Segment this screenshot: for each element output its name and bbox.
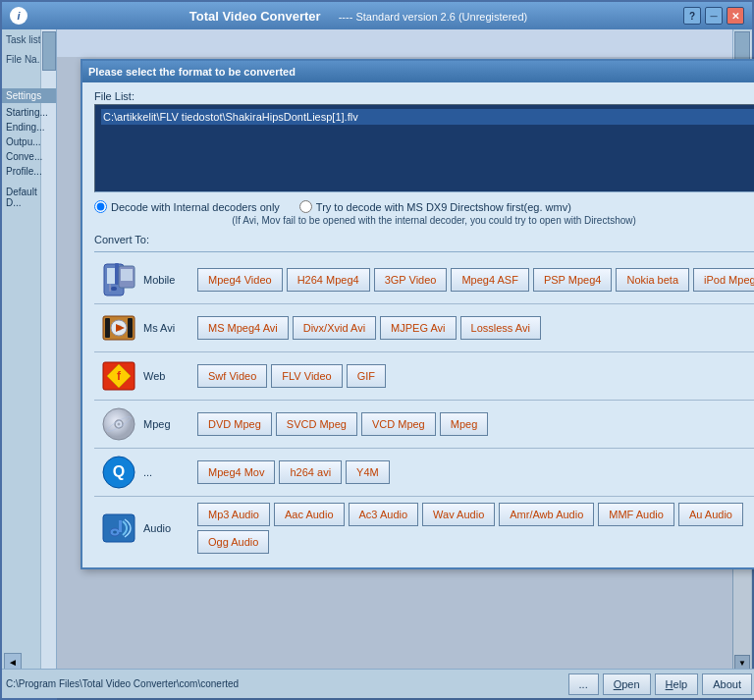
btn-wav-audio[interactable]: Wav Audio [422,503,495,526]
btn-svcd-mpeg[interactable]: SVCD Mpeg [276,412,357,436]
radio-directshow[interactable]: Try to decode with MS DX9 Directshow fir… [299,200,571,213]
btn-aac-audio[interactable]: Aac Audio [274,503,345,526]
mpeg-icon [94,406,143,442]
btn-mpeg4-asf[interactable]: Mpeg4 ASF [451,268,528,292]
btn-divx-xvid-avi[interactable]: Divx/Xvid Avi [293,316,376,340]
svg-rect-4 [115,263,119,285]
format-row-quicktime: Q ... Mpeg4 Mov h264 avi Y4M [94,449,754,497]
format-buttons-mpeg: DVD Mpeg SVCD Mpeg VCD Mpeg Mpeg [197,412,754,436]
title-bar-buttons: ? ─ ✕ [683,7,744,25]
svg-rect-3 [109,284,111,292]
svg-rect-6 [121,269,133,281]
svg-point-18 [118,423,121,426]
sidebar: Task list File Na... ◄ Settings Starting… [2,29,57,673]
radio-group: Decode with Internal decoders only Try t… [94,200,754,213]
modal-dialog: Please select the format to be converted… [81,59,754,569]
format-buttons-msavi: MS Mpeg4 Avi Divx/Xvid Avi MJPEG Avi Los… [197,316,754,340]
btn-3gp-video[interactable]: 3GP Video [374,268,448,292]
minimize-btn[interactable]: ─ [705,7,723,25]
browse-button[interactable]: ... [568,673,599,695]
svg-rect-2 [111,287,117,291]
btn-lossless-avi[interactable]: Lossless Avi [460,316,541,340]
btn-au-audio[interactable]: Au Audio [678,503,743,526]
btn-mpeg4-mov[interactable]: Mpeg4 Mov [197,460,275,484]
format-buttons-web: Swf Video FLV Video GIF [197,364,754,388]
btn-ac3-audio[interactable]: Ac3 Audio [349,503,419,526]
modal-title: Please select the format to be converted [88,66,296,78]
format-row-mpeg: Mpeg DVD Mpeg SVCD Mpeg VCD Mpeg Mpeg [94,401,754,449]
audio-icon [94,511,143,546]
mobile-icon [94,262,143,297]
radio-note: (If Avi, Mov fail to be opened with the … [94,215,754,226]
file-list-box[interactable]: C:\artikkelit\FLV tiedostot\ShakiraHipsD… [94,104,754,192]
format-name-mpeg: Mpeg [143,418,197,430]
svg-text:Q: Q [113,463,125,480]
help-btn-label: H [666,678,673,690]
quicktime-icon: Q [94,455,143,490]
open-btn-label: O [614,678,622,690]
btn-nokia-beta[interactable]: Nokia beta [616,268,689,292]
sidebar-item-convert[interactable]: Conve... [2,149,56,164]
close-btn[interactable]: ✕ [727,7,744,25]
format-buttons-quicktime: Mpeg4 Mov h264 avi Y4M [197,460,754,484]
title-bar: i Total Video Converter ---- Standard ve… [2,2,752,29]
btn-vcd-mpeg[interactable]: VCD Mpeg [361,412,436,436]
msavi-icon [94,310,143,346]
btn-dvd-mpeg[interactable]: DVD Mpeg [197,412,272,436]
btn-y4m[interactable]: Y4M [346,460,390,484]
file-list-label: File List: [94,90,754,102]
divider-top [94,251,754,252]
help-title-btn[interactable]: ? [683,7,701,25]
svg-rect-25 [119,520,122,532]
btn-mmf-audio[interactable]: MMF Audio [598,503,674,526]
sidebar-item-ending[interactable]: Ending... [2,120,56,135]
sidebar-settings: Settings Starting... Ending... Outpu... … [2,88,56,210]
open-button[interactable]: Open [603,673,651,695]
btn-mjpeg-avi[interactable]: MJPEG Avi [380,316,456,340]
help-button[interactable]: Help [655,673,699,695]
btn-psp-mpeg4[interactable]: PSP Mpeg4 [533,268,613,292]
format-row-audio: Audio Mp3 Audio Aac Audio Ac3 Audio Wav … [94,497,754,560]
format-name-web: Web [143,370,197,382]
btn-flv-video[interactable]: FLV Video [271,364,342,388]
radio-directshow-input[interactable] [299,200,312,213]
main-content: Please select the format to be converted… [57,29,732,669]
sidebar-item-profile[interactable]: Profile... [2,164,56,179]
format-row-msavi: Ms Avi MS Mpeg4 Avi Divx/Xvid Avi MJPEG … [94,304,754,352]
format-name-msavi: Ms Avi [143,322,197,334]
file-list-item[interactable]: C:\artikkelit\FLV tiedostot\ShakiraHipsD… [101,109,754,125]
svg-point-24 [113,531,117,534]
btn-mp3-audio[interactable]: Mp3 Audio [197,503,270,526]
btn-ogg-audio[interactable]: Ogg Audio [197,530,269,554]
btn-mpeg[interactable]: Mpeg [440,412,489,436]
format-row-mobile: Mobile Mpeg4 Video H264 Mpeg4 3GP Video … [94,256,754,304]
convert-to-label: Convert To: [94,234,754,245]
sidebar-item-output[interactable]: Outpu... [2,135,56,149]
modal-overlay: Please select the format to be converted… [57,57,754,700]
settings-section-title: Settings [2,88,56,103]
btn-swf-video[interactable]: Swf Video [197,364,267,388]
format-row-web: f Web Swf Video FLV Video GIF [94,352,754,401]
modal-title-bar: Please select the format to be converted… [82,61,754,82]
btn-mpeg4-video[interactable]: Mpeg4 Video [197,268,283,292]
btn-ipod-mpeg4[interactable]: iPod Mpeg4 [693,268,754,292]
format-buttons-audio: Mp3 Audio Aac Audio Ac3 Audio Wav Audio … [197,503,754,554]
format-name-audio: Audio [143,522,197,534]
btn-h264-avi[interactable]: h264 avi [279,460,342,484]
modal-body: File List: C:\artikkelit\FLV tiedostot\S… [82,82,754,567]
format-buttons-mobile: Mpeg4 Video H264 Mpeg4 3GP Video Mpeg4 A… [197,268,754,292]
sidebar-item-starting[interactable]: Starting... [2,105,56,120]
svg-rect-8 [105,318,110,338]
btn-amr-awb-audio[interactable]: Amr/Awb Audio [499,503,594,526]
radio-internal[interactable]: Decode with Internal decoders only [94,200,280,213]
web-icon: f [94,358,143,394]
app-icon: i [10,7,27,25]
btn-ms-mpeg4-avi[interactable]: MS Mpeg4 Avi [197,316,289,340]
btn-gif[interactable]: GIF [347,364,386,388]
about-button[interactable]: About [702,673,752,695]
bottom-bar: C:\Program Files\Total Video Converter\c… [2,669,754,698]
radio-internal-input[interactable] [94,200,107,213]
app-title: Total Video Converter ---- Standard vers… [33,9,683,24]
btn-h264-mpeg4[interactable]: H264 Mpeg4 [287,268,370,292]
bottom-path: C:\Program Files\Total Video Converter\c… [6,678,565,689]
